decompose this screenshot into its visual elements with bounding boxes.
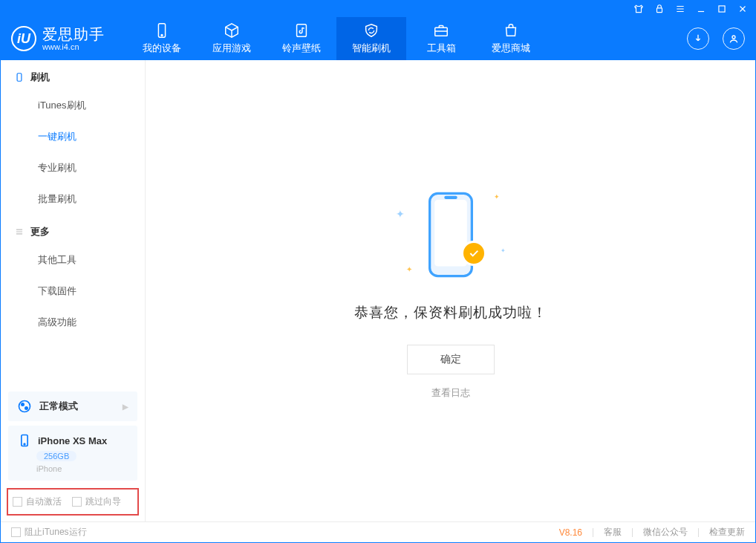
svg-point-10	[25, 407, 27, 409]
svg-rect-1	[719, 6, 725, 12]
mode-card[interactable]: 正常模式 ▶	[8, 391, 137, 421]
download-button[interactable]	[687, 27, 709, 50]
sidebar: 刷机 iTunes刷机 一键刷机 专业刷机 批量刷机 更多 其他工具 下载固件 …	[1, 60, 146, 521]
svg-point-3	[161, 35, 163, 36]
view-log-link[interactable]: 查看日志	[431, 386, 470, 400]
svg-rect-7	[17, 74, 22, 82]
svg-rect-15	[444, 195, 457, 198]
tab-label: 工具箱	[427, 42, 456, 55]
sidebar-item-batch-flash[interactable]: 批量刷机	[1, 183, 145, 215]
titlebar	[1, 1, 755, 17]
sparkle-icon: ✦	[494, 193, 500, 201]
toolbox-icon	[433, 22, 449, 39]
checkbox-label: 自动激活	[26, 495, 62, 508]
tab-ringtone-wallpaper[interactable]: 铃声壁纸	[267, 17, 336, 60]
main-content: ✦ ✦ ✦ ✦ 恭喜您，保资料刷机成功啦！ 确定 查看日志	[146, 60, 755, 521]
tab-label: 我的设备	[143, 42, 181, 55]
sidebar-item-other-tools[interactable]: 其他工具	[1, 244, 145, 276]
success-title: 恭喜您，保资料刷机成功啦！	[354, 303, 547, 322]
mode-icon	[17, 399, 32, 414]
sidebar-item-download-firmware[interactable]: 下载固件	[1, 276, 145, 307]
success-check-icon	[461, 241, 486, 266]
logo-badge: iU	[11, 26, 36, 51]
version-label: V8.16	[559, 527, 582, 538]
phone-illustration-icon	[425, 190, 477, 279]
tab-label: 铃声壁纸	[282, 42, 321, 55]
checkbox-label: 跳过向导	[85, 495, 121, 508]
sparkle-icon: ✦	[396, 208, 405, 220]
link-wechat[interactable]: 微信公众号	[643, 526, 688, 539]
refresh-shield-icon	[363, 22, 379, 39]
divider	[593, 528, 593, 537]
music-file-icon	[293, 22, 310, 39]
svg-point-9	[22, 403, 24, 406]
link-check-update[interactable]: 检查更新	[709, 526, 745, 539]
link-support[interactable]: 客服	[604, 526, 622, 539]
sidebar-item-onekey-flash[interactable]: 一键刷机	[1, 121, 145, 152]
tab-apps-games[interactable]: 应用游戏	[197, 17, 267, 60]
checkbox-skip-guide[interactable]: 跳过向导	[72, 495, 121, 508]
phone-small-icon	[17, 433, 32, 448]
tab-toolbox[interactable]: 工具箱	[406, 17, 476, 60]
minimize-icon[interactable]	[696, 4, 706, 14]
svg-rect-5	[435, 27, 448, 36]
nav-tabs: 我的设备 应用游戏 铃声壁纸 智能刷机 工具箱 爱思商城	[127, 17, 546, 60]
chevron-right-icon: ▶	[123, 403, 128, 411]
sidebar-section-flash: 刷机	[1, 60, 145, 90]
tab-smart-flash[interactable]: 智能刷机	[336, 17, 406, 60]
sparkle-icon: ✦	[501, 247, 506, 254]
phone-icon	[14, 72, 25, 82]
tab-store[interactable]: 爱思商城	[476, 17, 546, 60]
mode-label: 正常模式	[39, 400, 78, 413]
svg-rect-4	[297, 25, 307, 37]
sidebar-section-more: 更多	[1, 215, 145, 244]
svg-point-8	[19, 401, 30, 412]
checkbox-icon	[72, 497, 82, 507]
checkbox-icon	[13, 497, 22, 507]
svg-point-12	[24, 443, 25, 445]
success-illustration: ✦ ✦ ✦ ✦	[377, 183, 525, 287]
device-type: iPhone	[36, 464, 62, 473]
tab-label: 智能刷机	[352, 42, 391, 55]
sidebar-item-pro-flash[interactable]: 专业刷机	[1, 152, 145, 183]
tab-label: 爱思商城	[492, 42, 530, 55]
device-icon	[154, 22, 170, 39]
statusbar: 阻止iTunes运行 V8.16 客服 微信公众号 检查更新	[1, 521, 755, 542]
svg-rect-0	[657, 8, 662, 13]
sidebar-section-title: 刷机	[30, 71, 50, 84]
navbar: iU 爱思助手 www.i4.cn 我的设备 应用游戏 铃声壁纸 智能刷机 工具…	[1, 17, 755, 60]
bottom-options-highlight: 自动激活 跳过向导	[7, 488, 139, 516]
close-icon[interactable]	[737, 4, 748, 14]
ok-button[interactable]: 确定	[407, 345, 495, 374]
list-icon	[14, 227, 25, 237]
sidebar-item-advanced[interactable]: 高级功能	[1, 307, 145, 338]
shopping-bag-icon	[503, 22, 519, 39]
cube-icon	[224, 22, 240, 39]
divider	[698, 528, 699, 537]
device-storage: 256GB	[36, 451, 76, 461]
checkbox-icon	[11, 527, 21, 537]
device-card: iPhone XS Max 256GB iPhone	[8, 426, 137, 481]
tshirt-icon[interactable]	[633, 4, 644, 14]
checkbox-auto-activate[interactable]: 自动激活	[13, 495, 62, 508]
svg-point-6	[732, 36, 735, 39]
brand-url: www.i4.cn	[42, 43, 105, 51]
tab-my-device[interactable]: 我的设备	[127, 17, 197, 60]
lock-icon[interactable]	[654, 4, 665, 14]
sparkle-icon: ✦	[406, 265, 412, 273]
checkbox-block-itunes[interactable]: 阻止iTunes运行	[11, 526, 87, 539]
logo[interactable]: iU 爱思助手 www.i4.cn	[11, 26, 105, 51]
menu-icon[interactable]	[675, 4, 685, 14]
device-name: iPhone XS Max	[38, 435, 107, 446]
divider	[632, 528, 633, 537]
sidebar-section-title: 更多	[30, 225, 50, 238]
brand-name: 爱思助手	[42, 27, 105, 42]
checkbox-label: 阻止iTunes运行	[25, 526, 87, 539]
tab-label: 应用游戏	[212, 42, 251, 55]
sidebar-item-itunes-flash[interactable]: iTunes刷机	[1, 90, 145, 121]
maximize-icon[interactable]	[717, 4, 727, 14]
user-button[interactable]	[723, 27, 745, 50]
